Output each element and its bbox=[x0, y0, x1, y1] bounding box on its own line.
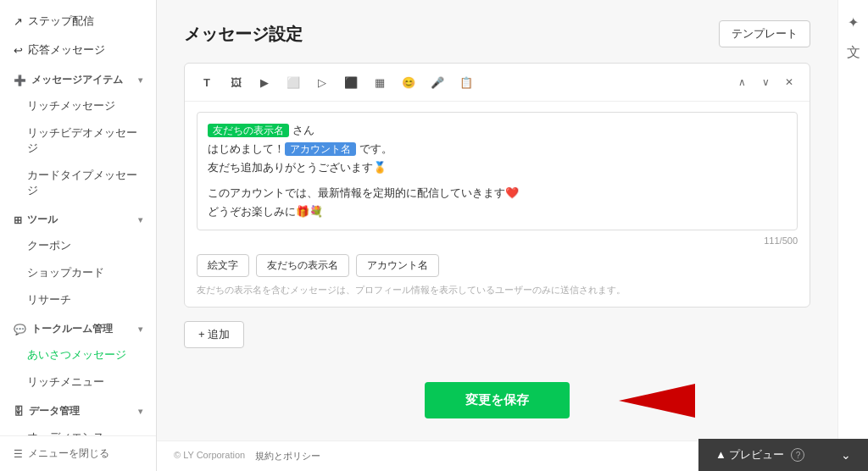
sidebar-section-message-items[interactable]: ➕ メッセージアイテム ▾ bbox=[0, 64, 156, 92]
svg-marker-0 bbox=[619, 384, 695, 418]
toolbar-doc-button[interactable]: 📋 bbox=[454, 70, 478, 94]
save-area: 変更を保存 bbox=[184, 382, 810, 418]
message-body: 友だちの表示名 さん はじめまして！アカウント名 です。 友だち追加ありがとうご… bbox=[185, 102, 810, 307]
toolbar-close-button[interactable]: ✕ bbox=[779, 72, 799, 92]
save-button[interactable]: 変更を保存 bbox=[425, 382, 570, 418]
message-toolbar: T 🖼 ▶ ⬜ ▷ ⬛ ▦ 😊 🎤 📋 ∧ ∨ ✕ bbox=[185, 64, 810, 102]
message-text-area[interactable]: 友だちの表示名 さん はじめまして！アカウント名 です。 友だち追加ありがとうご… bbox=[197, 112, 798, 230]
sidebar: ↗ ステップ配信 ↩ 応答メッセージ ➕ メッセージアイテム ▾ リッチメッセー… bbox=[0, 0, 157, 471]
toolbar-down-button[interactable]: ∨ bbox=[755, 72, 776, 92]
friend-name-tag: 友だちの表示名 bbox=[208, 124, 289, 137]
red-arrow-indicator bbox=[576, 380, 695, 422]
talk-room-arrow: ▾ bbox=[138, 324, 142, 334]
tools-icon: ⊞ bbox=[14, 214, 22, 226]
toolbar-up-button[interactable]: ∧ bbox=[732, 72, 752, 92]
tools-arrow: ▾ bbox=[138, 215, 142, 224]
sidebar-item-research[interactable]: リサーチ bbox=[0, 286, 156, 313]
step-delivery-icon: ↗ bbox=[14, 15, 23, 28]
message-line-5: どうぞお楽しみに🎁💐 bbox=[208, 202, 787, 221]
data-management-arrow: ▾ bbox=[138, 407, 142, 416]
toolbar-list-button[interactable]: ▦ bbox=[368, 70, 392, 94]
account-name-tag: アカウント名 bbox=[285, 142, 356, 156]
message-card: T 🖼 ▶ ⬜ ▷ ⬛ ▦ 😊 🎤 📋 ∧ ∨ ✕ 友だち bbox=[184, 63, 810, 308]
sidebar-section-talk-room[interactable]: 💬 トークルーム管理 ▾ bbox=[0, 313, 156, 341]
sidebar-item-step-delivery[interactable]: ↗ ステップ配信 bbox=[0, 7, 156, 36]
sidebar-item-card-type-message[interactable]: カードタイプメッセージ bbox=[0, 162, 156, 204]
friend-name-quick-button[interactable]: 友だちの表示名 bbox=[256, 254, 349, 277]
sidebar-item-rich-menu[interactable]: リッチメニュー bbox=[0, 368, 156, 396]
toolbar-play-button[interactable]: ▶ bbox=[253, 70, 276, 94]
toolbar-right: ∧ ∨ ✕ bbox=[732, 72, 799, 92]
page-header: メッセージ設定 テンプレート bbox=[184, 20, 810, 47]
data-management-icon: 🗄 bbox=[14, 406, 24, 418]
message-line-1: 友だちの表示名 さん bbox=[208, 121, 787, 140]
copyright: © LY Corporation bbox=[174, 450, 245, 463]
sidebar-item-response-message[interactable]: ↩ 応答メッセージ bbox=[0, 36, 156, 64]
message-line-4: このアカウントでは、最新情報を定期的に配信していきます❤️ bbox=[208, 184, 787, 202]
toolbar-emoji-button[interactable]: 😊 bbox=[397, 70, 420, 94]
footer-links: © LY Corporation 規約とポリシー bbox=[174, 450, 320, 463]
talk-room-icon: 💬 bbox=[14, 324, 26, 335]
quick-buttons: 絵文字 友だちの表示名 アカウント名 bbox=[197, 254, 798, 277]
sidebar-item-audience[interactable]: オーディエンス bbox=[0, 424, 156, 435]
sidebar-item-coupon[interactable]: クーポン bbox=[0, 232, 156, 259]
sparkle-icon[interactable]: ✦ bbox=[842, 10, 865, 34]
toolbar-text-button[interactable]: T bbox=[195, 70, 219, 94]
right-panel: ✦ 文 bbox=[837, 0, 868, 471]
char-count: 111/500 bbox=[197, 236, 798, 246]
preview-label: ▲ プレビュー bbox=[715, 447, 784, 463]
sidebar-nav: ↗ ステップ配信 ↩ 応答メッセージ ➕ メッセージアイテム ▾ リッチメッセー… bbox=[0, 0, 156, 435]
preview-bar[interactable]: ▲ プレビュー ? ⌄ bbox=[698, 439, 868, 471]
message-items-icon: ➕ bbox=[14, 75, 26, 86]
translate-icon[interactable]: 文 bbox=[842, 41, 865, 64]
page-title: メッセージ設定 bbox=[184, 23, 303, 46]
account-name-quick-button[interactable]: アカウント名 bbox=[356, 254, 439, 277]
preview-expand-icon[interactable]: ⌄ bbox=[841, 448, 851, 462]
add-button[interactable]: + 追加 bbox=[184, 321, 244, 348]
hint-text: 友だちの表示名を含むメッセージは、プロフィール情報を表示しているユーザーのみに送… bbox=[197, 284, 798, 296]
toolbar-mic-button[interactable]: 🎤 bbox=[426, 70, 449, 94]
sidebar-item-rich-video-message[interactable]: リッチビデオメッセージ bbox=[0, 119, 156, 162]
message-line-3: 友だち追加ありがとうございます🏅 bbox=[208, 158, 787, 177]
toolbar-video-button[interactable]: ▷ bbox=[310, 70, 334, 94]
toolbar-grid-button[interactable]: ⬛ bbox=[339, 70, 363, 94]
sidebar-section-tools[interactable]: ⊞ ツール ▾ bbox=[0, 204, 156, 232]
sidebar-item-rich-message[interactable]: リッチメッセージ bbox=[0, 92, 156, 119]
emoji-quick-button[interactable]: 絵文字 bbox=[197, 254, 249, 277]
preview-help-icon[interactable]: ? bbox=[791, 448, 804, 462]
close-menu-icon: ☰ bbox=[14, 448, 23, 460]
close-menu-button[interactable]: ☰ メニューを閉じる bbox=[0, 435, 156, 471]
message-items-arrow: ▾ bbox=[138, 75, 142, 85]
response-message-icon: ↩ bbox=[14, 44, 23, 57]
policy-link[interactable]: 規約とポリシー bbox=[255, 450, 320, 463]
message-line-2: はじめまして！アカウント名 です。 bbox=[208, 140, 787, 158]
template-button[interactable]: テンプレート bbox=[719, 20, 810, 47]
main-content: メッセージ設定 テンプレート T 🖼 ▶ ⬜ ▷ ⬛ ▦ 😊 🎤 📋 ∧ ∨ ✕ bbox=[157, 0, 837, 441]
toolbar-image-button[interactable]: 🖼 bbox=[224, 70, 248, 94]
main-content-area: メッセージ設定 テンプレート T 🖼 ▶ ⬜ ▷ ⬛ ▦ 😊 🎤 📋 ∧ ∨ ✕ bbox=[157, 0, 837, 471]
sidebar-item-shop-card[interactable]: ショップカード bbox=[0, 259, 156, 286]
sidebar-item-greeting-message[interactable]: あいさつメッセージ bbox=[0, 341, 156, 368]
sidebar-section-data-management[interactable]: 🗄 データ管理 ▾ bbox=[0, 396, 156, 424]
toolbar-box-button[interactable]: ⬜ bbox=[281, 70, 305, 94]
